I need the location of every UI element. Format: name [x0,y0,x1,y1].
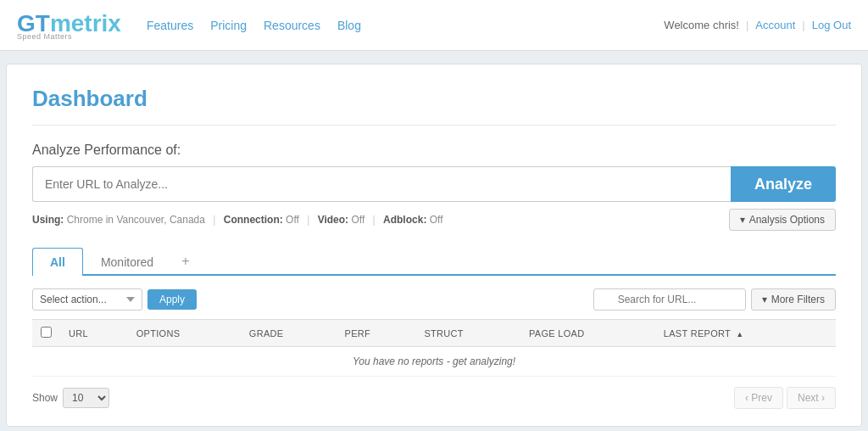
show-select[interactable]: 10 25 50 100 [63,388,109,408]
pipe-1: | [213,214,218,226]
th-last-report-label: LAST REPORT [664,328,731,339]
table-header: URL OPTIONS GRADE PERF STRUCT PAGE LOAD … [32,320,836,347]
separator-1: | [746,19,748,31]
report-table: URL OPTIONS GRADE PERF STRUCT PAGE LOAD … [32,319,836,377]
th-struct: STRUCT [415,320,520,347]
pipe-2: | [307,214,312,226]
th-perf: PERF [337,320,416,347]
connection-label: Connection: [224,214,283,226]
toolbar-right: 🔍 ▾ More Filters [593,288,836,311]
select-all-checkbox[interactable] [41,327,52,338]
search-url-input[interactable] [593,288,746,311]
main-container: Dashboard Analyze Performance of: Analyz… [6,64,862,427]
video-val: Off [351,214,364,226]
tab-all[interactable]: All [32,248,83,276]
action-select[interactable]: Select action... [32,288,142,311]
nav-pricing[interactable]: Pricing [210,14,247,36]
apply-button[interactable]: Apply [147,289,197,310]
th-page-load: PAGE LOAD [520,320,655,347]
search-wrapper: 🔍 [593,288,746,311]
more-filters-label: More Filters [771,294,825,305]
analyze-button[interactable]: Analyze [731,166,836,202]
show-control: Show 10 25 50 100 [32,388,109,408]
adblock-label: Adblock: [383,214,426,226]
connection-val: Off [286,214,299,226]
tab-monitored[interactable]: Monitored [83,248,171,276]
chevron-down-icon-2: ▾ [762,294,767,305]
video-label: Video: [318,214,348,226]
url-input[interactable] [32,166,731,202]
nav-blog[interactable]: Blog [337,14,361,36]
th-last-report[interactable]: LAST REPORT ▲ [655,320,836,347]
analyze-label: Analyze Performance of: [32,143,836,158]
welcome-text: Welcome chris! [664,19,739,31]
no-reports-message: You have no reports - get analyzing! [32,347,836,377]
th-url: URL [60,320,128,347]
sort-arrow-icon: ▲ [736,330,743,339]
adblock-val: Off [430,214,443,226]
th-options: OPTIONS [128,320,241,347]
tab-add[interactable]: + [171,249,199,274]
separator-2: | [802,19,804,31]
browser-name: Chrome [67,214,106,226]
report-tabs: All Monitored + [32,248,836,276]
logout-link[interactable]: Log Out [812,19,851,31]
options-row: Using: Chrome in Vancouver, Canada | Con… [32,209,836,231]
chevron-down-icon: ▾ [740,214,745,226]
location-text: Vancouver, Canada [116,214,205,226]
show-label: Show [32,392,58,404]
dashboard-title: Dashboard [32,86,836,126]
prev-button[interactable]: ‹ Prev [734,387,783,409]
in-text: in [106,214,117,226]
toolbar-row: Select action... Apply 🔍 ▾ More Filters [32,288,836,311]
table-body: You have no reports - get analyzing! [32,347,836,377]
pipe-3: | [373,214,378,226]
nav-features[interactable]: Features [147,14,193,36]
pagination-row: Show 10 25 50 100 ‹ Prev Next › [32,387,836,409]
analyze-row: Analyze [32,166,836,202]
th-checkbox [32,320,60,347]
using-label: Using: [32,214,64,226]
using-info: Using: Chrome in Vancouver, Canada | Con… [32,214,443,226]
logo: GTmetrix Speed Matters [17,10,121,41]
next-button[interactable]: Next › [787,387,836,409]
empty-row: You have no reports - get analyzing! [32,347,836,377]
header-right: Welcome chris! | Account | Log Out [664,19,851,31]
analysis-options-button[interactable]: ▾ Analysis Options [729,209,836,231]
main-nav: Features Pricing Resources Blog [147,14,664,36]
th-grade: GRADE [241,320,337,347]
analysis-options-label: Analysis Options [749,214,825,226]
header: GTmetrix Speed Matters Features Pricing … [0,0,868,51]
toolbar-left: Select action... Apply [32,288,197,311]
nav-resources[interactable]: Resources [264,14,320,36]
more-filters-button[interactable]: ▾ More Filters [751,288,836,311]
account-link[interactable]: Account [755,19,795,31]
pagination-buttons: ‹ Prev Next › [734,387,836,409]
